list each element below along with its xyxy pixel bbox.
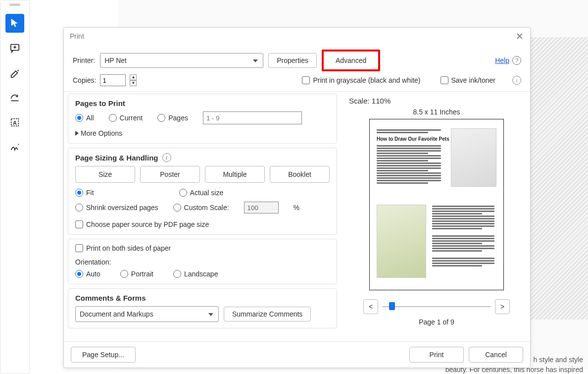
comment-tool[interactable] (5, 39, 24, 57)
duplex-option[interactable]: Print on both sides of paper (75, 244, 330, 252)
sizing-info-icon[interactable]: i (162, 153, 171, 162)
left-column: Pages to Print All Current Pages (64, 92, 341, 341)
slider-thumb[interactable] (389, 302, 395, 310)
sign-icon (9, 142, 20, 153)
copies-up[interactable]: ▲ (130, 74, 137, 80)
doc-text-fragment1: h style and style (534, 356, 583, 364)
radio-actual-input[interactable] (179, 189, 187, 197)
highlight-tool[interactable] (5, 63, 24, 82)
custom-scale-input[interactable] (244, 202, 279, 214)
preview-text-block-1 (377, 129, 441, 133)
radio-all-input[interactable] (75, 114, 83, 122)
printer-row: Printer: HP Net Properties Advanced Help… (64, 45, 530, 72)
copies-spinner: ▲ ▼ (130, 74, 137, 86)
page-slider[interactable] (382, 305, 491, 308)
radio-fit[interactable]: Fit (75, 189, 94, 197)
help-icon[interactable]: ? (512, 56, 521, 65)
saveink-option[interactable]: Save ink/toner (441, 76, 496, 84)
copies-down[interactable]: ▼ (130, 80, 137, 86)
choose-source-checkbox[interactable] (75, 220, 83, 228)
svg-point-7 (18, 144, 19, 145)
radio-custom[interactable]: Custom Scale: (173, 204, 229, 212)
close-icon (516, 33, 523, 40)
preview-dog-image (451, 128, 496, 187)
saveink-label: Save ink/toner (451, 76, 496, 84)
radio-landscape[interactable]: Landscape (173, 270, 218, 278)
tab-booklet[interactable]: Booklet (270, 166, 330, 183)
printer-select[interactable]: HP Net (100, 53, 263, 68)
preview-text-block-3 (432, 205, 494, 267)
page-number-label: Page 1 of 9 (349, 318, 524, 326)
grayscale-label: Print in grayscale (black and white) (313, 76, 420, 84)
prev-page-button[interactable]: < (363, 299, 378, 314)
radio-all[interactable]: All (75, 114, 94, 122)
radio-pages[interactable]: Pages (157, 114, 188, 122)
summarize-comments-button[interactable]: Summarize Comments (224, 307, 311, 321)
radio-fit-input[interactable] (75, 189, 83, 197)
choose-source-label: Choose paper source by PDF page size (86, 220, 209, 228)
page-setup-button[interactable]: Page Setup... (71, 347, 136, 363)
page-dimensions: 8.5 x 11 Inches (349, 108, 524, 116)
tab-multiple[interactable]: Multiple (205, 166, 265, 183)
close-button[interactable] (515, 32, 524, 41)
radio-portrait[interactable]: Portrait (120, 270, 153, 278)
erase-tool[interactable] (5, 88, 24, 107)
grayscale-checkbox[interactable] (302, 76, 310, 84)
radio-portrait-input[interactable] (120, 270, 128, 278)
radio-shrink[interactable]: Shrink oversized pages (75, 204, 158, 212)
dialog-titlebar: Print (64, 28, 530, 45)
pct-label: % (294, 204, 299, 212)
properties-button[interactable]: Properties (268, 53, 317, 68)
print-button[interactable]: Print (409, 347, 464, 363)
radio-current-input[interactable] (109, 114, 117, 122)
comments-title: Comments & Forms (75, 294, 330, 302)
choose-source-option[interactable]: Choose paper source by PDF page size (75, 220, 330, 228)
duplex-checkbox[interactable] (75, 244, 83, 252)
radio-auto-input[interactable] (75, 270, 83, 278)
pages-to-print-section: Pages to Print All Current Pages (68, 94, 337, 144)
preview-flowers-image (377, 205, 426, 278)
radio-pages-input[interactable] (157, 114, 165, 122)
printer-value: HP Net (104, 56, 127, 64)
radio-current[interactable]: Current (109, 114, 143, 122)
sign-tool[interactable] (5, 138, 24, 157)
svg-text:A: A (13, 120, 17, 126)
text-select-icon: A (9, 117, 20, 128)
tab-size[interactable]: Size (75, 166, 135, 183)
tab-poster[interactable]: Poster (140, 166, 200, 183)
duplex-label: Print on both sides of paper (86, 244, 171, 252)
radio-landscape-input[interactable] (173, 270, 181, 278)
left-toolbar: A (0, 0, 30, 374)
dialog-footer: Page Setup... Print Cancel (64, 341, 530, 368)
saveink-checkbox[interactable] (441, 76, 448, 84)
copies-label: Copies: (73, 76, 96, 84)
comments-dropdown[interactable]: Document and Markups (75, 306, 219, 322)
preview-text-block-2 (377, 145, 441, 184)
printer-label: Printer: (73, 56, 95, 64)
comments-dropdown-value: Document and Markups (80, 310, 153, 318)
copies-input[interactable] (100, 74, 126, 86)
radio-actual[interactable]: Actual size (179, 189, 224, 197)
page-sizing-section: Page Sizing & Handling i Size Poster Mul… (68, 148, 337, 235)
radio-auto[interactable]: Auto (75, 270, 100, 278)
next-page-button[interactable]: > (495, 299, 510, 314)
grayscale-option[interactable]: Print in grayscale (black and white) (302, 76, 420, 84)
cancel-button[interactable]: Cancel (469, 347, 523, 363)
radio-custom-input[interactable] (173, 204, 181, 212)
toolbar-grip[interactable] (9, 3, 20, 6)
chevron-right-icon (75, 131, 79, 136)
select-tool[interactable] (5, 14, 24, 33)
erase-icon (9, 92, 20, 103)
help-link[interactable]: Help (495, 56, 509, 64)
saveink-info-icon[interactable]: i (512, 76, 521, 85)
advanced-button[interactable]: Advanced (322, 50, 380, 71)
more-options-toggle[interactable]: More Options (75, 129, 330, 137)
page-range-input[interactable] (203, 111, 302, 124)
radio-shrink-input[interactable] (75, 204, 83, 212)
cursor-icon (9, 18, 20, 29)
svg-point-3 (17, 70, 19, 71)
preview-nav: < > (349, 299, 524, 314)
duplex-orientation-section: Print on both sides of paper Orientation… (68, 239, 337, 284)
print-preview: How to Draw Our Favorite Pets (369, 119, 504, 290)
text-select-tool[interactable]: A (5, 113, 24, 132)
